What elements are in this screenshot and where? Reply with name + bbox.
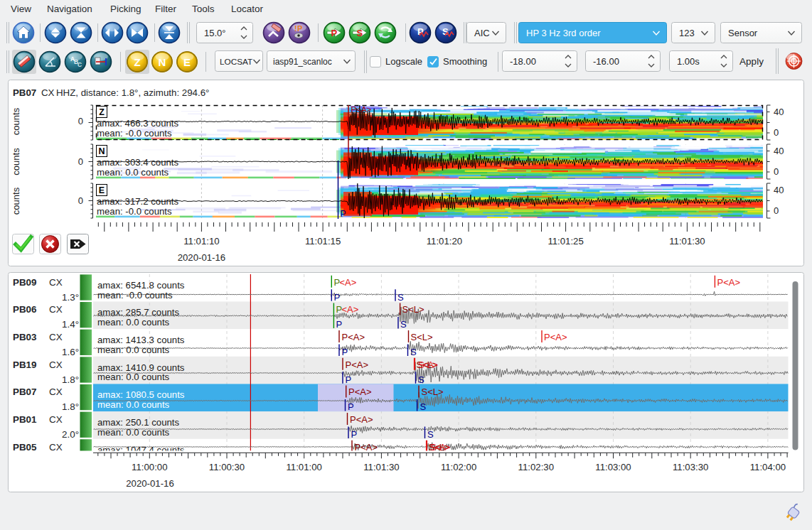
svg-text:11:01:10: 11:01:10 [183, 236, 219, 247]
svg-text:P: P [341, 209, 346, 219]
svg-text:P<A>: P<A> [717, 277, 741, 288]
svg-text:11:04:00: 11:04:00 [750, 462, 786, 472]
svg-text:P<A>: P<A> [342, 332, 365, 342]
svg-text:S: S [427, 429, 434, 440]
svg-text:S<A>: S<A> [430, 442, 449, 453]
svg-text:mean: -0.0 counts: mean: -0.0 counts [97, 128, 172, 139]
svg-text:S<L>: S<L> [402, 304, 424, 315]
svg-text:Z: Z [134, 56, 140, 68]
svg-text:P: P [351, 429, 358, 440]
svg-text:40: 40 [774, 146, 784, 156]
svg-text:mean: 0.0 counts: mean: 0.0 counts [97, 399, 170, 410]
svg-text:P: P [346, 374, 352, 385]
svg-text:N: N [159, 56, 166, 68]
svg-text:Sensor: Sensor [728, 28, 758, 38]
svg-text:amax: 466.3 counts: amax: 466.3 counts [97, 118, 179, 129]
svg-text:C: C [78, 61, 82, 68]
svg-text:0: 0 [78, 195, 83, 206]
svg-text:0: 0 [774, 205, 779, 216]
svg-text:P: P [334, 292, 341, 303]
svg-text:0: 0 [774, 127, 779, 138]
svg-text:Z: Z [99, 107, 105, 117]
svg-text:HP 3 Hz 3rd order: HP 3 Hz 3rd order [526, 28, 601, 38]
svg-text:P: P [336, 319, 343, 330]
svg-text:11:02:30: 11:02:30 [518, 462, 554, 472]
svg-text:1.4°: 1.4° [62, 319, 79, 330]
svg-text:Locator: Locator [231, 4, 264, 14]
svg-text:S: S [410, 347, 417, 357]
svg-text:P<A>: P<A> [544, 332, 567, 342]
svg-text:1.6°: 1.6° [62, 347, 79, 357]
svg-text:S<A>: S<A> [418, 359, 437, 370]
svg-text:11:01:20: 11:01:20 [427, 236, 462, 247]
svg-text:mean: 0.0 counts: mean: 0.0 counts [97, 345, 170, 355]
svg-text:PB19: PB19 [13, 359, 37, 370]
svg-text:mean: -0.0 counts: mean: -0.0 counts [97, 290, 173, 301]
svg-text:P<A>: P<A> [348, 386, 372, 397]
svg-text:Logscale: Logscale [385, 56, 422, 67]
svg-text:CX: CX [49, 359, 63, 370]
svg-text:PB07: PB07 [13, 87, 36, 98]
svg-text:11:01:15: 11:01:15 [305, 236, 341, 247]
svg-text:11:01:30: 11:01:30 [669, 236, 705, 247]
svg-text:mean: 0.0 counts: mean: 0.0 counts [97, 167, 169, 178]
svg-text:15.0°: 15.0° [204, 28, 226, 38]
svg-text:Navigation: Navigation [47, 4, 92, 14]
svg-text:mean: -0.0 counts: mean: -0.0 counts [97, 206, 172, 217]
svg-text:PB01: PB01 [13, 414, 37, 425]
svg-text:Smoothing: Smoothing [443, 56, 487, 67]
svg-text:S: S [397, 292, 404, 303]
svg-text:E: E [99, 185, 105, 195]
svg-text:<A>: <A> [340, 277, 357, 288]
svg-text:mean: 0.0 counts: mean: 0.0 counts [97, 372, 170, 382]
svg-text:S: S [418, 374, 424, 385]
svg-text:CX: CX [49, 277, 63, 288]
svg-text:11:01:00: 11:01:00 [287, 462, 322, 472]
svg-text:PB03: PB03 [13, 332, 37, 342]
svg-text:CX: CX [49, 304, 63, 315]
svg-text:View: View [11, 4, 31, 14]
svg-text:40: 40 [774, 185, 784, 195]
svg-text:2.0°: 2.0° [62, 429, 79, 440]
svg-text:mean: 0.0 counts: mean: 0.0 counts [97, 317, 170, 328]
svg-text:1.3°: 1.3° [62, 292, 79, 303]
svg-text:<A>: <A> [342, 304, 359, 315]
svg-text:counts: counts [11, 107, 21, 135]
svg-text:Filter: Filter [155, 4, 177, 14]
svg-text:P: P [297, 24, 302, 33]
svg-text:0: 0 [78, 116, 83, 126]
svg-text:PB05: PB05 [13, 442, 37, 453]
svg-text:AIC: AIC [474, 28, 490, 38]
svg-text:11:00:30: 11:00:30 [209, 462, 245, 472]
svg-text:counts: counts [11, 187, 21, 215]
svg-text:counts: counts [11, 148, 21, 175]
svg-text:Tools: Tools [192, 4, 215, 14]
svg-text:11:02:00: 11:02:00 [441, 462, 476, 472]
svg-text:P<A>: P<A> [350, 414, 373, 425]
svg-text:CX: CX [49, 386, 63, 397]
svg-text:2020-01-16: 2020-01-16 [126, 478, 173, 489]
svg-text:amax: 303.4 counts: amax: 303.4 counts [97, 157, 179, 168]
svg-text:S: S [420, 401, 427, 412]
svg-text:N: N [98, 146, 105, 156]
svg-text:0: 0 [774, 166, 779, 177]
svg-text:1.8°: 1.8° [62, 374, 79, 385]
svg-text:S<L>: S<L> [422, 386, 444, 397]
svg-text:S: S [400, 319, 407, 330]
svg-text:Apply: Apply [739, 56, 764, 67]
svg-text:Picking: Picking [110, 4, 141, 14]
svg-text:11:01:30: 11:01:30 [363, 462, 399, 472]
svg-text:amax: 317.2 counts: amax: 317.2 counts [97, 196, 179, 207]
svg-text:S<L>: S<L> [411, 332, 433, 342]
svg-text:CX: CX [49, 442, 63, 453]
svg-text:-16.00: -16.00 [593, 56, 619, 67]
svg-text:0: 0 [78, 156, 83, 167]
svg-text:E: E [183, 56, 191, 68]
svg-text:P: P [342, 347, 348, 357]
svg-text:CX: CX [49, 414, 63, 425]
svg-text:123: 123 [679, 28, 695, 38]
svg-text:P: P [331, 28, 338, 38]
svg-text:40: 40 [774, 107, 784, 117]
svg-text:CX: CX [41, 87, 55, 98]
svg-text:PB07: PB07 [13, 386, 37, 397]
